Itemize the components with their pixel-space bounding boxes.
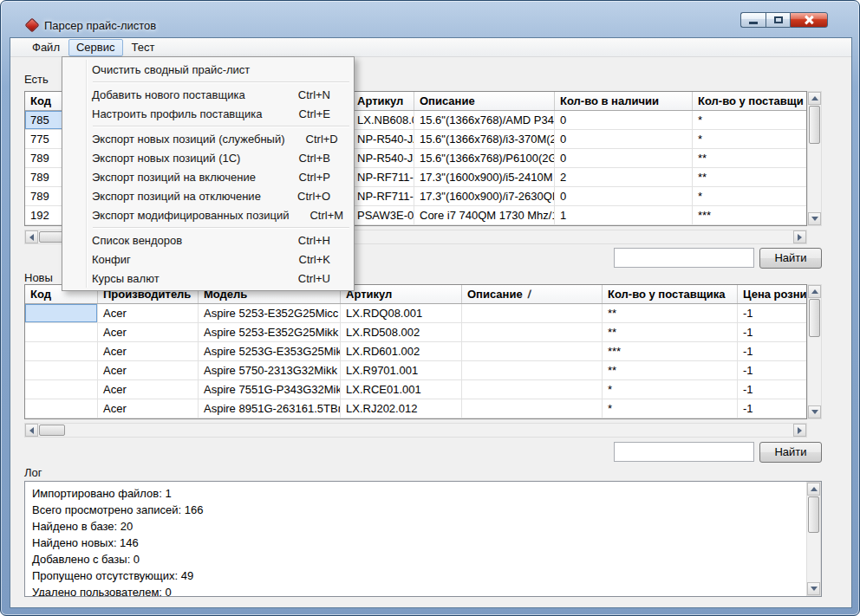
menubar-item-test[interactable]: Тест bbox=[123, 38, 164, 57]
table-cell[interactable]: 0 bbox=[555, 130, 693, 148]
table-cell[interactable]: -1 bbox=[738, 304, 807, 322]
menu-item[interactable]: КонфигCtrl+K bbox=[63, 250, 353, 269]
menu-item[interactable]: Экспорт позиций на включениеCtrl+P bbox=[63, 167, 353, 186]
table-cell[interactable]: PSAW3E-0 bbox=[352, 206, 414, 224]
table-cell[interactable]: LX.NB608.0 bbox=[352, 111, 414, 129]
table-cell[interactable]: ** bbox=[693, 168, 807, 186]
table-row[interactable]: AcerAspire 5253-E352G25MikkLX.RD508.002*… bbox=[25, 323, 806, 342]
scroll-down-button[interactable] bbox=[808, 405, 821, 418]
table-cell[interactable]: Acer bbox=[98, 323, 199, 341]
menubar-item-service[interactable]: Сервис bbox=[68, 39, 123, 56]
table-cell[interactable] bbox=[462, 380, 603, 399]
table-cell[interactable]: NP-RF711-S bbox=[352, 168, 414, 186]
scroll-right-button[interactable] bbox=[793, 424, 806, 437]
menubar-item-file[interactable]: Файл bbox=[23, 38, 68, 57]
menu-item[interactable]: Список вендоровCtrl+H bbox=[63, 230, 353, 250]
table-cell[interactable] bbox=[25, 399, 98, 418]
table-cell[interactable] bbox=[25, 342, 98, 360]
table-cell[interactable]: LX.RDQ08.001 bbox=[341, 304, 462, 322]
column-header[interactable]: Описание bbox=[414, 92, 555, 110]
table-cell[interactable] bbox=[462, 342, 603, 360]
table-cell[interactable]: 0 bbox=[555, 149, 693, 167]
scroll-down-button[interactable] bbox=[808, 212, 821, 225]
menu-item[interactable]: Настроить профиль поставщикаCtrl+E bbox=[63, 104, 353, 123]
table-cell[interactable]: Aspire 7551G-P343G32Mikk bbox=[199, 380, 341, 399]
column-header[interactable]: Описание/ bbox=[462, 285, 603, 303]
column-header[interactable]: Артикул bbox=[341, 285, 462, 303]
menu-item[interactable]: Добавить нового поставщикаCtrl+N bbox=[63, 85, 353, 104]
table-cell[interactable]: ** bbox=[603, 304, 738, 322]
table-cell[interactable]: Acer bbox=[98, 361, 199, 379]
table-cell[interactable]: Acer bbox=[98, 304, 199, 322]
table-cell[interactable]: NP-R540-JA bbox=[352, 130, 414, 148]
scroll-up-button[interactable] bbox=[808, 285, 821, 298]
search-input-new[interactable] bbox=[614, 442, 754, 462]
scroll-left-button[interactable] bbox=[25, 424, 38, 437]
table-cell[interactable]: Aspire 5253-E352G25Micc bbox=[199, 304, 341, 322]
table-cell[interactable]: LX.RD508.002 bbox=[341, 323, 462, 341]
table-cell[interactable] bbox=[462, 361, 603, 379]
table-cell[interactable]: Acer bbox=[98, 380, 199, 399]
scroll-thumb[interactable] bbox=[809, 106, 820, 144]
table-cell[interactable]: 1 bbox=[555, 206, 693, 224]
table-cell[interactable]: 17.3"(1600x900)/i7-2630QI bbox=[414, 187, 555, 205]
table-cell[interactable]: 0 bbox=[555, 111, 693, 129]
table-cell[interactable]: Acer bbox=[98, 399, 199, 418]
table-cell[interactable] bbox=[25, 304, 98, 322]
table-cell[interactable] bbox=[25, 380, 98, 399]
table-cell[interactable]: Aspire 5253-E352G25Mikk bbox=[199, 323, 341, 341]
menu-item[interactable]: Очистить сводный прайс-лист bbox=[63, 60, 353, 79]
scroll-thumb[interactable] bbox=[39, 425, 65, 436]
table-row[interactable]: AcerAspire 5253G-E353G25MikkLX.RD601.002… bbox=[25, 342, 806, 361]
scroll-right-button[interactable] bbox=[793, 230, 806, 243]
table-cell[interactable]: 15.6"(1366x768)/P6100(2G bbox=[414, 149, 555, 167]
table-cell[interactable]: ** bbox=[603, 323, 738, 341]
table-cell[interactable]: LX.RD601.002 bbox=[341, 342, 462, 360]
new-table-vscrollbar[interactable] bbox=[807, 284, 822, 419]
table-row[interactable]: AcerAspire 7551G-P343G32MikkLX.RCE01.001… bbox=[25, 380, 806, 399]
table-cell[interactable]: LX.R9701.001 bbox=[341, 361, 462, 379]
table-cell[interactable] bbox=[462, 323, 603, 341]
table-cell[interactable]: *** bbox=[603, 342, 738, 360]
table-cell[interactable]: Aspire 5253G-E353G25Mikk bbox=[199, 342, 341, 360]
log-vscrollbar[interactable] bbox=[806, 482, 821, 596]
table-cell[interactable] bbox=[462, 304, 603, 322]
column-header[interactable]: Кол-во у поставщика bbox=[603, 285, 738, 303]
table-cell[interactable]: 15.6"(1366x768)/AMD P340 bbox=[414, 111, 555, 129]
menu-item[interactable]: Экспорт позиций на отключениеCtrl+O bbox=[63, 186, 353, 205]
table-cell[interactable]: 2 bbox=[555, 168, 693, 186]
table-cell[interactable]: NP-RF711-S bbox=[352, 187, 414, 205]
table-cell[interactable]: Acer bbox=[98, 342, 199, 360]
table-cell[interactable] bbox=[25, 323, 98, 341]
table-row[interactable]: AcerAspire 8951G-263161.5TBnkkLX.RJ202.0… bbox=[25, 399, 806, 418]
table-cell[interactable]: 15.6"(1366x768)/i3-370M(2 bbox=[414, 130, 555, 148]
column-header[interactable]: Кол-во в наличии bbox=[555, 92, 693, 110]
table-cell[interactable]: ** bbox=[693, 149, 807, 167]
menu-item[interactable]: Экспорт модифицированных позицийCtrl+M bbox=[63, 205, 353, 224]
table-cell[interactable]: Aspire 8951G-263161.5TBnkk bbox=[199, 399, 341, 418]
table-cell[interactable]: Aspire 5750-2313G32Mikk bbox=[199, 361, 341, 379]
new-table-hscrollbar[interactable] bbox=[24, 423, 807, 438]
scroll-thumb[interactable] bbox=[808, 496, 819, 533]
table-row[interactable]: AcerAspire 5750-2313G32MikkLX.R9701.001*… bbox=[25, 361, 806, 380]
table-cell[interactable]: LX.RJ202.012 bbox=[341, 399, 462, 418]
menu-item[interactable]: Экспорт новых позиций (1С)Ctrl+B bbox=[63, 148, 353, 167]
scroll-thumb[interactable] bbox=[809, 299, 820, 337]
menu-item[interactable]: Курсы валютCtrl+U bbox=[63, 269, 353, 288]
scroll-up-button[interactable] bbox=[807, 483, 820, 496]
table-cell[interactable]: *** bbox=[693, 206, 807, 224]
column-header[interactable]: Кол-во у поставщи bbox=[693, 92, 807, 110]
table-row[interactable]: AcerAspire 5253-E352G25MiccLX.RDQ08.001*… bbox=[25, 304, 806, 323]
table-cell[interactable]: -1 bbox=[738, 380, 807, 399]
table-cell[interactable]: ** bbox=[603, 361, 738, 379]
base-table-vscrollbar[interactable] bbox=[807, 91, 822, 226]
find-button-base[interactable]: Найти bbox=[759, 248, 822, 269]
table-cell[interactable]: * bbox=[693, 111, 807, 129]
table-cell[interactable] bbox=[25, 361, 98, 379]
table-cell[interactable]: LX.RCE01.001 bbox=[341, 380, 462, 399]
table-cell[interactable]: Core i7 740QM 1730 Mhz/1 bbox=[414, 206, 555, 224]
maximize-button[interactable] bbox=[766, 12, 790, 28]
menu-item[interactable]: Экспорт новых позиций (служебный)Ctrl+D bbox=[63, 129, 353, 148]
table-cell[interactable]: * bbox=[603, 380, 738, 399]
close-button[interactable] bbox=[790, 12, 828, 28]
